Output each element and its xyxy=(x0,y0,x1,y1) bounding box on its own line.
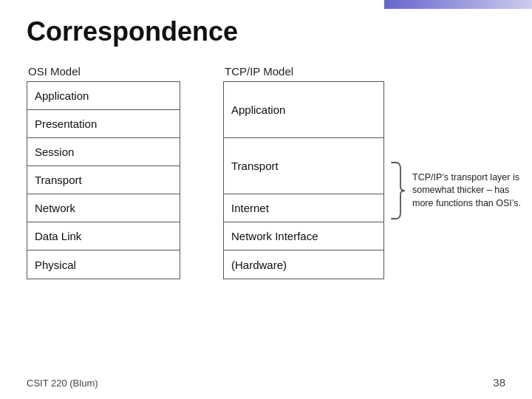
osi-column: OSI Model Application Presentation Sessi… xyxy=(27,65,180,279)
footer-left: CSIT 220 (Blum) xyxy=(27,378,98,389)
tcp-row-application: Application xyxy=(224,82,383,138)
tcp-row-internet: Internet xyxy=(224,194,383,222)
page-title: Correspondence xyxy=(27,16,238,47)
osi-row-application: Application xyxy=(27,82,180,110)
annotation-text: TCP/IP’s transport layer is somewhat thi… xyxy=(412,171,527,211)
osi-row-session: Session xyxy=(27,138,180,166)
tcp-table: Application Transport Internet Network I… xyxy=(223,81,384,279)
annotation-area: TCP/IP’s transport layer is somewhat thi… xyxy=(390,161,527,220)
tcp-label: TCP/IP Model xyxy=(223,65,384,78)
footer-right: 38 xyxy=(493,376,505,389)
brace-icon xyxy=(390,161,406,220)
tcp-column: TCP/IP Model Application Transport Inter… xyxy=(223,65,384,279)
osi-label: OSI Model xyxy=(27,65,180,78)
osi-row-presentation: Presentation xyxy=(27,110,180,138)
tcp-row-transport: Transport xyxy=(224,138,383,194)
tcp-row-netinterface: Network Interface xyxy=(224,222,383,250)
osi-row-network: Network xyxy=(27,194,180,222)
osi-row-datalink: Data Link xyxy=(27,222,180,250)
tcp-row-hardware: (Hardware) xyxy=(224,250,383,279)
models-wrapper: OSI Model Application Presentation Sessi… xyxy=(27,65,384,279)
osi-row-physical: Physical xyxy=(27,250,180,279)
top-decorative-bar xyxy=(384,0,532,9)
osi-table: Application Presentation Session Transpo… xyxy=(27,81,180,279)
osi-row-transport: Transport xyxy=(27,166,180,194)
